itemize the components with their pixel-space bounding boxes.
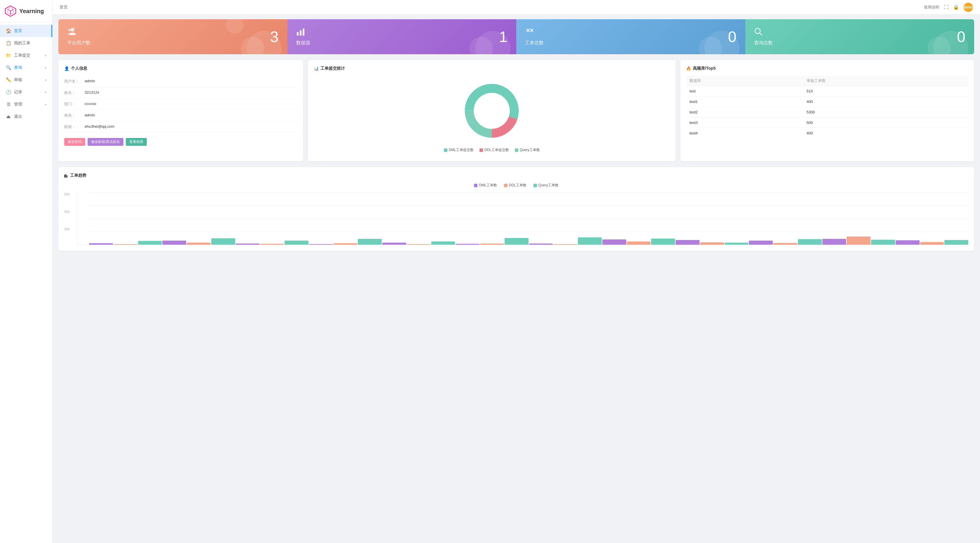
trend-dml-label: DML工单数 bbox=[479, 183, 497, 188]
y-label-500: 500 bbox=[64, 192, 70, 196]
fullscreen-icon[interactable]: ⛶ bbox=[944, 5, 948, 10]
db-cell: test1 bbox=[686, 97, 803, 107]
bar-ddl bbox=[627, 241, 651, 245]
stat-label-platform-users: 平台用户数 bbox=[67, 40, 91, 46]
stat-label-total-queries: 查询总数 bbox=[754, 40, 773, 46]
realname-value: 321312x bbox=[84, 90, 99, 95]
grid-line-3 bbox=[89, 219, 968, 219]
bar-dml bbox=[309, 244, 333, 245]
stat-value-total-tickets: 0 bbox=[728, 28, 737, 46]
stat-left-total-queries: 查询总数 bbox=[754, 27, 773, 46]
dept-value: ccccso bbox=[84, 102, 96, 107]
db-cell: test4 bbox=[686, 128, 803, 138]
svg-rect-23 bbox=[67, 175, 67, 178]
bar-dml bbox=[602, 240, 626, 245]
view-permissions-button[interactable]: 查看权限 bbox=[126, 138, 147, 146]
bar-dml bbox=[822, 239, 846, 245]
bar-query bbox=[651, 238, 675, 245]
records-arrow-icon: ▾ bbox=[45, 91, 46, 94]
audit-icon: ✏️ bbox=[6, 77, 11, 83]
manage-icon: ☰ bbox=[6, 102, 11, 107]
trend-title-icon bbox=[64, 173, 68, 178]
svg-point-15 bbox=[755, 28, 760, 33]
bar-dml bbox=[749, 241, 773, 245]
grid-line-top bbox=[89, 192, 968, 193]
sidebar-item-logout[interactable]: ⏏ 退出 bbox=[0, 111, 52, 123]
trend-query-label: Query工单数 bbox=[538, 183, 558, 188]
svg-line-3 bbox=[11, 10, 13, 11]
username-value: admin bbox=[84, 79, 95, 84]
svg-rect-21 bbox=[64, 175, 65, 178]
bar-dml bbox=[529, 243, 553, 245]
bar-ddl bbox=[700, 242, 724, 245]
logo-icon bbox=[5, 5, 16, 17]
bar-dml bbox=[676, 240, 700, 245]
sidebar-item-records[interactable]: 🕐 记录 ▾ bbox=[0, 86, 52, 98]
username-label: 用户名： bbox=[64, 79, 84, 84]
personal-info-title: 👤 个人信息 bbox=[64, 66, 298, 71]
app-name: Yearning bbox=[19, 8, 44, 14]
sidebar-item-my-tickets[interactable]: 📋 我的工单 bbox=[0, 37, 52, 49]
bar-group bbox=[602, 238, 675, 245]
trend-panel: 工单趋势 DML工单数 DDL工单数 Query工单数 500 bbox=[58, 167, 974, 251]
bar-ddl bbox=[187, 243, 211, 245]
dept-label: 部门： bbox=[64, 102, 84, 107]
grid-line-4 bbox=[89, 232, 968, 232]
bar-dml bbox=[89, 243, 113, 245]
email-label: 邮箱： bbox=[64, 124, 84, 130]
stat-label-total-tickets: 工单总数 bbox=[525, 40, 544, 46]
bar-dml bbox=[896, 240, 920, 245]
trend-dml-dot bbox=[474, 184, 477, 187]
ticket-stats-icon: 📊 bbox=[314, 66, 319, 71]
query-icon: 🔍 bbox=[6, 65, 11, 70]
bar-group bbox=[236, 241, 309, 245]
stat-left-datasource: 数据源 bbox=[296, 27, 310, 46]
logo-container: Yearning bbox=[0, 0, 52, 22]
db-cell: test3 bbox=[686, 117, 803, 128]
manage-arrow-icon: ▾ bbox=[45, 103, 46, 106]
bar-query bbox=[504, 238, 528, 245]
bar-ddl bbox=[407, 244, 431, 245]
donut-chart bbox=[460, 79, 524, 143]
stat-left-total-tickets: 工单总数 bbox=[525, 27, 544, 46]
trend-legend: DML工单数 DDL工单数 Query工单数 bbox=[64, 183, 968, 188]
stat-label-datasource: 数据源 bbox=[296, 40, 310, 46]
sidebar-item-home[interactable]: 🏠 首页 bbox=[0, 25, 52, 37]
svg-point-6 bbox=[68, 29, 71, 31]
bar-query bbox=[285, 241, 309, 245]
sidebar-item-submit-ticket-label: 工单提交 bbox=[14, 53, 30, 58]
db-cell: test bbox=[686, 86, 803, 97]
help-link[interactable]: 使用说明 bbox=[924, 5, 939, 10]
bar-dml bbox=[236, 243, 260, 245]
top5-title-text: 高频库/Top5 bbox=[693, 66, 716, 71]
count-cell: 5300 bbox=[803, 107, 968, 117]
bar-ddl bbox=[846, 237, 870, 245]
stat-value-platform-users: 3 bbox=[270, 28, 279, 46]
count-cell: 400 bbox=[803, 128, 968, 138]
bar-query bbox=[871, 240, 895, 245]
role-label: 角色： bbox=[64, 113, 84, 118]
bar-dml bbox=[382, 243, 406, 245]
bar-group bbox=[749, 239, 821, 245]
table-row: test3 500 bbox=[686, 117, 968, 128]
sidebar: Yearning 🏠 首页 📋 我的工单 📁 工单提交 ▾ 🔍 查询 ▾ ✏️ … bbox=[0, 0, 52, 543]
legend-ddl: DDL工单提交数 bbox=[479, 148, 509, 152]
count-cell: 400 bbox=[803, 97, 968, 107]
bar-ddl bbox=[113, 244, 137, 245]
sidebar-item-audit[interactable]: ✏️ 审核 ▾ bbox=[0, 74, 52, 86]
lock-icon[interactable]: 🔒 bbox=[953, 5, 959, 10]
bar-query bbox=[358, 239, 382, 245]
change-email-button[interactable]: 修改邮箱/真实姓名 bbox=[88, 138, 123, 146]
sidebar-item-manage[interactable]: ☰ 管理 ▾ bbox=[0, 98, 52, 111]
bar-ddl bbox=[334, 243, 358, 245]
sidebar-item-submit-ticket[interactable]: 📁 工单提交 ▾ bbox=[0, 49, 52, 62]
sidebar-item-query[interactable]: 🔍 查询 ▾ bbox=[0, 62, 52, 74]
sidebar-item-home-label: 首页 bbox=[14, 28, 22, 33]
bar-query bbox=[944, 240, 968, 245]
change-password-button[interactable]: 修改密码 bbox=[64, 138, 85, 146]
avatar[interactable]: admin ▾ bbox=[964, 3, 973, 12]
avatar-text: admin bbox=[962, 5, 973, 10]
ticket-stats-panel: 📊 工单提交统计 bbox=[308, 60, 675, 161]
query-arrow-icon: ▾ bbox=[45, 66, 46, 70]
svg-line-2 bbox=[8, 10, 11, 11]
